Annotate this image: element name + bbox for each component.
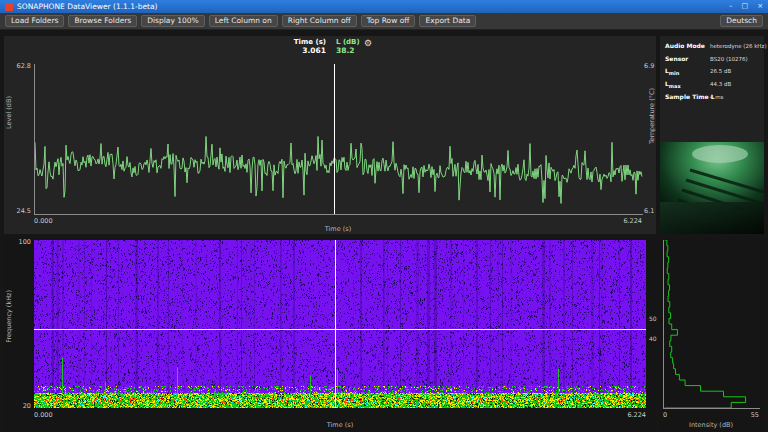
info-value: 26.5 dB: [710, 67, 759, 78]
load-folders-button[interactable]: Load Folders: [5, 15, 64, 27]
app-window: SONAPHONE DataViewer (1.1.1-beta) – □ × …: [0, 0, 768, 432]
top-row-toggle-button[interactable]: Top Row off: [361, 15, 416, 27]
spectrogram-right-tick-upper: 50: [649, 315, 657, 322]
temp-y-tick-top: 6.9: [644, 62, 654, 70]
histogram-x-tick-right: 55: [709, 411, 759, 419]
info-label-sub: max: [669, 83, 681, 89]
level-chart-panel: Time (s) 3.061 L (dB) 38.2 ⚙ Level (dB) …: [4, 36, 656, 234]
cursor-time-value: 3.061: [254, 46, 326, 55]
level-y-tick-bottom: 24.5: [4, 207, 31, 215]
info-label: Sensor: [665, 55, 688, 62]
info-value: 44.3 dB: [710, 80, 759, 91]
display-zoom-button[interactable]: Display 100%: [141, 15, 204, 27]
spectrogram-y-tick-top: 100: [4, 238, 31, 246]
left-column-toggle-button[interactable]: Left Column on: [209, 15, 278, 27]
info-value: BS20 (10276): [710, 55, 759, 66]
gear-icon[interactable]: ⚙: [364, 39, 372, 48]
spectrogram-x-tick-right: 6.224: [546, 411, 646, 419]
sensor-photo: [660, 142, 764, 234]
temp-y-tick-bottom: 6.1: [644, 207, 654, 215]
histogram-x-tick-left: 0: [663, 411, 667, 419]
info-label-sub: min: [669, 71, 679, 77]
info-row-sample-time: Sample Time L 4 ms: [660, 92, 764, 105]
spectrogram-chart[interactable]: [34, 240, 646, 408]
level-y-tick-top: 62.8: [4, 62, 31, 70]
intensity-histogram-panel: 0 55 Intensity (dB): [658, 238, 764, 432]
temperature-axis-label: Temperature (°C): [648, 88, 656, 144]
export-data-button[interactable]: Export Data: [419, 15, 476, 27]
info-value: 4 ms: [710, 93, 759, 104]
window-title: SONAPHONE DataViewer (1.1.1-beta): [17, 2, 158, 11]
info-value: heterodyne (26 kHz): [710, 42, 767, 53]
info-label: Audio Mode: [665, 42, 705, 49]
spectrogram-y-axis-label: Frequency (kHz): [5, 290, 13, 343]
close-button[interactable]: ×: [757, 0, 763, 13]
window-controls: – □ ×: [729, 0, 763, 13]
cursor-time-readout: Time (s) 3.061: [254, 38, 326, 55]
spectrogram-y-tick-bottom: 20: [4, 402, 31, 410]
level-y-axis-label: Level (dB): [5, 96, 13, 129]
measurement-info-panel: Audio Mode heterodyne (26 kHz) Sensor BS…: [660, 36, 764, 234]
right-column-toggle-button[interactable]: Right Column off: [282, 15, 357, 27]
info-row-sensor: Sensor BS20 (10276): [660, 54, 764, 67]
app-icon: [5, 3, 13, 11]
histogram-x-axis-label: Intensity (dB): [663, 421, 759, 429]
toolbar: Load Folders Browse Folders Display 100%…: [0, 13, 768, 30]
window-titlebar: SONAPHONE DataViewer (1.1.1-beta) – □ ×: [0, 0, 768, 13]
level-x-axis-label: Time (s): [34, 225, 642, 233]
level-waveform-chart[interactable]: [34, 64, 643, 215]
level-x-tick-left: 0.000: [34, 217, 53, 225]
cursor-level-label: L (dB): [336, 38, 382, 46]
level-x-tick-right: 6.224: [542, 217, 642, 225]
info-row-lmax: Lmax 44.3 dB: [660, 79, 764, 92]
cursor-level-readout: L (dB) 38.2: [336, 38, 382, 55]
main-content: Time (s) 3.061 L (dB) 38.2 ⚙ Level (dB) …: [0, 30, 768, 432]
spectrogram-x-tick-left: 0.000: [34, 411, 53, 419]
intensity-histogram-chart[interactable]: [663, 240, 760, 409]
spectrogram-panel: Frequency (kHz) 100 20 50 40 0.000 6.224…: [4, 238, 656, 432]
info-rows: Audio Mode heterodyne (26 kHz) Sensor BS…: [660, 36, 764, 104]
language-button[interactable]: Deutsch: [720, 15, 763, 27]
info-label: Sample Time L: [665, 93, 715, 100]
spectrogram-right-tick-lower: 40: [649, 335, 657, 342]
info-row-audio-mode: Audio Mode heterodyne (26 kHz): [660, 41, 764, 54]
cursor-level-value: 38.2: [336, 46, 382, 55]
minimize-button[interactable]: –: [729, 0, 733, 13]
spectrogram-x-axis-label: Time (s): [34, 421, 646, 429]
browse-folders-button[interactable]: Browse Folders: [68, 15, 137, 27]
maximize-button[interactable]: □: [742, 0, 749, 13]
cursor-time-label: Time (s): [254, 38, 326, 46]
info-row-lmin: Lmin 26.5 dB: [660, 66, 764, 79]
